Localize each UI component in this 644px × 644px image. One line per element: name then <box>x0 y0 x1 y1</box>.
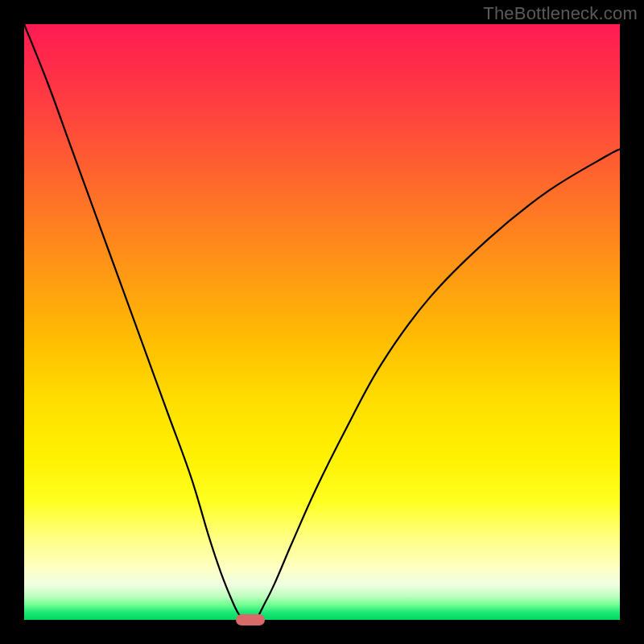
chart-frame: TheBottleneck.com <box>0 0 644 644</box>
curve-right <box>257 149 620 620</box>
curve-left <box>24 24 245 620</box>
curve-svg <box>24 24 620 620</box>
watermark-text: TheBottleneck.com <box>483 3 638 24</box>
plot-area <box>24 24 620 620</box>
bottleneck-marker <box>236 614 265 625</box>
